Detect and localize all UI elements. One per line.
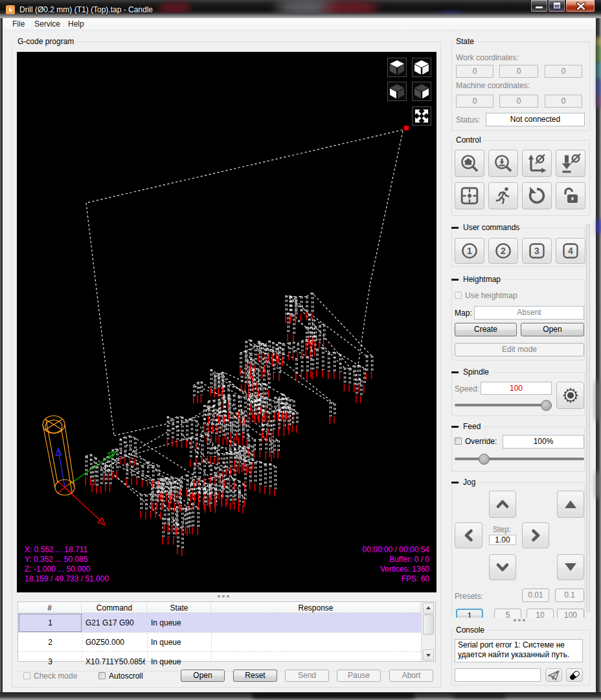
svg-text:18.159 / 49.733 / 51.000: 18.159 / 49.733 / 51.000 (25, 574, 109, 583)
svg-text:FPS: 60: FPS: 60 (402, 574, 430, 583)
svg-text:Vertices: 1360: Vertices: 1360 (380, 565, 429, 574)
svg-text:X: 0.552 ... 18.711: X: 0.552 ... 18.711 (25, 545, 88, 554)
svg-text:3: 3 (534, 246, 539, 256)
svg-text:4: 4 (568, 246, 573, 256)
svg-text:00:00:00 / 00:00:54: 00:00:00 / 00:00:54 (363, 545, 430, 554)
svg-text:1: 1 (467, 246, 472, 256)
svg-text:Buffer: 0 / 0: Buffer: 0 / 0 (389, 555, 429, 564)
svg-text:Y: 0.352 ... 50.085: Y: 0.352 ... 50.085 (25, 555, 88, 564)
svg-text:2: 2 (501, 246, 506, 256)
svg-text:Z: -1.000 ... 50.000: Z: -1.000 ... 50.000 (25, 565, 91, 574)
